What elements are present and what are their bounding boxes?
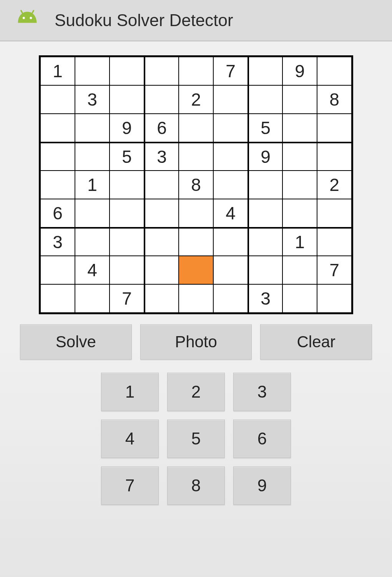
sudoku-row: 328 bbox=[40, 85, 352, 114]
sudoku-cell[interactable] bbox=[317, 284, 352, 313]
sudoku-cell[interactable]: 6 bbox=[40, 199, 75, 227]
sudoku-cell[interactable] bbox=[317, 227, 352, 256]
sudoku-cell[interactable]: 8 bbox=[179, 171, 213, 199]
sudoku-cell[interactable] bbox=[213, 227, 248, 256]
sudoku-cell[interactable]: 4 bbox=[213, 199, 248, 227]
sudoku-cell[interactable]: 3 bbox=[40, 227, 75, 256]
sudoku-cell[interactable] bbox=[110, 171, 144, 199]
sudoku-cell[interactable] bbox=[317, 199, 352, 227]
numpad-key-8[interactable]: 8 bbox=[167, 466, 225, 505]
sudoku-cell[interactable] bbox=[248, 57, 282, 85]
sudoku-row: 965 bbox=[40, 114, 352, 142]
sudoku-cell[interactable] bbox=[40, 256, 75, 284]
sudoku-cell[interactable] bbox=[179, 284, 213, 313]
sudoku-cell[interactable] bbox=[213, 142, 248, 171]
photo-button[interactable]: Photo bbox=[140, 324, 252, 360]
sudoku-cell[interactable] bbox=[213, 85, 248, 114]
sudoku-cell[interactable] bbox=[179, 114, 213, 142]
sudoku-cell[interactable] bbox=[317, 142, 352, 171]
sudoku-cell[interactable] bbox=[179, 199, 213, 227]
sudoku-cell[interactable] bbox=[282, 284, 317, 313]
sudoku-cell[interactable] bbox=[75, 284, 110, 313]
sudoku-cell[interactable]: 2 bbox=[317, 171, 352, 199]
android-icon bbox=[16, 9, 38, 32]
sudoku-cell[interactable]: 2 bbox=[179, 85, 213, 114]
sudoku-cell[interactable] bbox=[282, 256, 317, 284]
sudoku-cell[interactable]: 9 bbox=[282, 57, 317, 85]
sudoku-cell[interactable] bbox=[40, 85, 75, 114]
numpad-key-4[interactable]: 4 bbox=[101, 419, 159, 458]
sudoku-cell[interactable] bbox=[40, 284, 75, 313]
numpad-key-3[interactable]: 3 bbox=[233, 373, 291, 411]
sudoku-cell[interactable]: 5 bbox=[110, 142, 144, 171]
sudoku-cell[interactable] bbox=[40, 171, 75, 199]
numpad-key-2[interactable]: 2 bbox=[167, 373, 225, 411]
sudoku-cell[interactable]: 1 bbox=[75, 171, 110, 199]
sudoku-cell[interactable] bbox=[282, 114, 317, 142]
sudoku-cell[interactable] bbox=[317, 57, 352, 85]
sudoku-cell[interactable] bbox=[110, 57, 144, 85]
main-content: 17932896553918264314773 Solve Photo Clea… bbox=[0, 41, 392, 505]
numpad-key-6[interactable]: 6 bbox=[233, 419, 291, 458]
sudoku-cell[interactable] bbox=[213, 256, 248, 284]
sudoku-cell[interactable] bbox=[213, 171, 248, 199]
sudoku-cell[interactable] bbox=[144, 57, 179, 85]
sudoku-cell[interactable] bbox=[110, 85, 144, 114]
sudoku-cell[interactable] bbox=[144, 199, 179, 227]
sudoku-cell[interactable] bbox=[179, 142, 213, 171]
sudoku-cell[interactable] bbox=[144, 284, 179, 313]
app-header: Sudoku Solver Detector bbox=[0, 0, 392, 41]
sudoku-cell[interactable] bbox=[144, 85, 179, 114]
sudoku-cell[interactable] bbox=[75, 227, 110, 256]
sudoku-cell[interactable] bbox=[179, 57, 213, 85]
numpad-key-1[interactable]: 1 bbox=[101, 373, 159, 411]
sudoku-cell[interactable]: 3 bbox=[248, 284, 282, 313]
sudoku-cell[interactable]: 7 bbox=[110, 284, 144, 313]
sudoku-cell[interactable] bbox=[282, 199, 317, 227]
clear-button[interactable]: Clear bbox=[260, 324, 372, 360]
sudoku-cell[interactable]: 9 bbox=[110, 114, 144, 142]
sudoku-cell[interactable] bbox=[179, 256, 213, 284]
sudoku-cell[interactable] bbox=[179, 227, 213, 256]
numpad-key-5[interactable]: 5 bbox=[167, 419, 225, 458]
sudoku-cell[interactable]: 3 bbox=[75, 85, 110, 114]
sudoku-cell[interactable] bbox=[75, 142, 110, 171]
sudoku-cell[interactable] bbox=[40, 114, 75, 142]
sudoku-cell[interactable] bbox=[75, 57, 110, 85]
sudoku-cell[interactable]: 8 bbox=[317, 85, 352, 114]
sudoku-grid[interactable]: 17932896553918264314773 bbox=[39, 55, 353, 314]
sudoku-cell[interactable] bbox=[110, 227, 144, 256]
sudoku-cell[interactable]: 9 bbox=[248, 142, 282, 171]
sudoku-cell[interactable]: 3 bbox=[144, 142, 179, 171]
solve-button[interactable]: Solve bbox=[20, 324, 132, 360]
sudoku-cell[interactable]: 1 bbox=[40, 57, 75, 85]
numpad-key-7[interactable]: 7 bbox=[101, 466, 159, 505]
sudoku-cell[interactable] bbox=[144, 256, 179, 284]
numpad-key-9[interactable]: 9 bbox=[233, 466, 291, 505]
sudoku-cell[interactable] bbox=[282, 171, 317, 199]
sudoku-cell[interactable] bbox=[40, 142, 75, 171]
sudoku-cell[interactable]: 6 bbox=[144, 114, 179, 142]
sudoku-cell[interactable]: 7 bbox=[213, 57, 248, 85]
sudoku-cell[interactable]: 1 bbox=[282, 227, 317, 256]
sudoku-cell[interactable] bbox=[248, 227, 282, 256]
sudoku-cell[interactable] bbox=[317, 114, 352, 142]
sudoku-cell[interactable] bbox=[75, 114, 110, 142]
sudoku-cell[interactable] bbox=[248, 85, 282, 114]
sudoku-cell[interactable] bbox=[248, 171, 282, 199]
sudoku-cell[interactable] bbox=[248, 256, 282, 284]
sudoku-cell[interactable] bbox=[213, 114, 248, 142]
sudoku-cell[interactable]: 7 bbox=[317, 256, 352, 284]
sudoku-cell[interactable] bbox=[248, 199, 282, 227]
sudoku-cell[interactable]: 5 bbox=[248, 114, 282, 142]
sudoku-cell[interactable]: 4 bbox=[75, 256, 110, 284]
sudoku-cell[interactable] bbox=[144, 171, 179, 199]
sudoku-cell[interactable] bbox=[282, 142, 317, 171]
sudoku-cell[interactable] bbox=[110, 256, 144, 284]
sudoku-cell[interactable] bbox=[75, 199, 110, 227]
sudoku-cell[interactable] bbox=[144, 227, 179, 256]
sudoku-cell[interactable] bbox=[110, 199, 144, 227]
sudoku-cell[interactable] bbox=[282, 85, 317, 114]
sudoku-cell[interactable] bbox=[213, 284, 248, 313]
sudoku-row: 73 bbox=[40, 284, 352, 313]
